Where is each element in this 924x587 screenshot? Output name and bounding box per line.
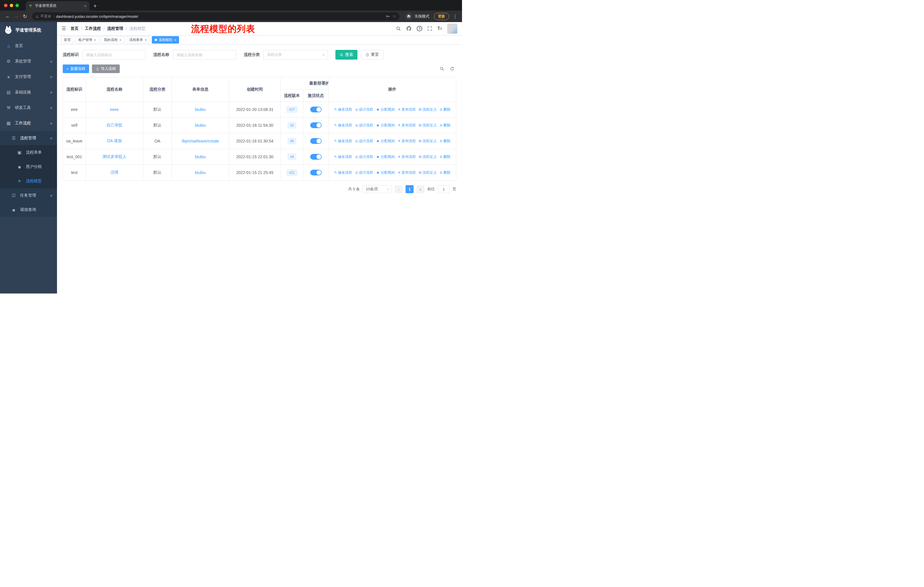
- sidebar-item-devtools[interactable]: ⚒ 研发工具 ∨: [0, 100, 57, 116]
- sidebar-item-task-management[interactable]: ☑ 任务管理 ∨: [0, 189, 57, 203]
- action-publish-link[interactable]: ✈发布流程: [398, 107, 416, 112]
- action-design-link[interactable]: ◎设计流程: [355, 107, 373, 112]
- tag-home[interactable]: 首页: [61, 36, 74, 43]
- password-key-icon[interactable]: [386, 14, 390, 19]
- back-icon[interactable]: ←: [3, 12, 12, 21]
- row-process-name-link[interactable]: eeee: [110, 107, 119, 112]
- sidebar-item-infrastructure[interactable]: ▤ 基础设施 ∨: [0, 84, 57, 100]
- action-design-link[interactable]: ◎设计流程: [355, 170, 373, 175]
- breadcrumb-process-management[interactable]: 流程管理: [107, 26, 123, 31]
- tag-tenant[interactable]: 租户管理 ×: [76, 36, 99, 43]
- url-bar[interactable]: ⚠ 不安全 dashboard.yudao.iocoder.cn/bpm/man…: [32, 12, 399, 20]
- action-edit-link[interactable]: ✎修改流程: [334, 107, 352, 112]
- action-delete-link[interactable]: ⊘删除: [440, 170, 450, 175]
- fullscreen-icon[interactable]: [427, 26, 432, 31]
- row-form-link[interactable]: biubiu: [195, 107, 206, 112]
- close-icon[interactable]: ×: [84, 4, 86, 8]
- breadcrumb-home[interactable]: 首页: [71, 26, 79, 31]
- action-assign-link[interactable]: ☻分配规则: [376, 154, 395, 159]
- action-design-link[interactable]: ◎设计流程: [355, 154, 373, 159]
- action-design-link[interactable]: ◎设计流程: [355, 139, 373, 144]
- reload-icon[interactable]: ↻: [21, 12, 29, 21]
- row-form-link[interactable]: /bpm/oa/leave/create: [182, 139, 219, 143]
- action-publish-link[interactable]: ✈发布流程: [398, 139, 416, 144]
- action-publish-link[interactable]: ✈发布流程: [398, 154, 416, 159]
- font-size-icon[interactable]: TT: [437, 26, 442, 31]
- sidebar-item-user-group[interactable]: ☻ 用户分组: [0, 160, 57, 174]
- page-size-select[interactable]: 10条/页 ∨: [363, 185, 392, 193]
- active-toggle[interactable]: [310, 107, 322, 112]
- create-process-button[interactable]: + 新建流程: [63, 64, 89, 73]
- close-icon[interactable]: ×: [174, 38, 177, 42]
- action-edit-link[interactable]: ✎修改流程: [334, 154, 352, 159]
- row-form-link[interactable]: biubiu: [195, 123, 206, 127]
- row-process-name-link[interactable]: 测试多审批人: [102, 154, 127, 159]
- sidebar-item-home[interactable]: ⌂ 首页: [0, 38, 57, 54]
- zoom-window-button[interactable]: [15, 4, 19, 7]
- browser-menu-icon[interactable]: ⋮: [452, 13, 459, 20]
- next-page-button[interactable]: ›: [416, 185, 424, 193]
- row-process-name-link[interactable]: 滔博: [111, 170, 119, 175]
- sidebar-item-payment[interactable]: ¥ 支付管理 ∨: [0, 69, 57, 84]
- process-name-input[interactable]: [173, 50, 236, 60]
- action-edit-link[interactable]: ✎修改流程: [334, 123, 352, 128]
- process-key-input[interactable]: [82, 50, 146, 60]
- sidebar-item-system[interactable]: ⚙ 系统管理 ∨: [0, 54, 57, 69]
- row-process-name-link[interactable]: 自己审批: [107, 123, 122, 127]
- action-edit-link[interactable]: ✎修改流程: [334, 170, 352, 175]
- app-logo[interactable]: 芋道管理系统: [0, 22, 57, 38]
- new-tab-button[interactable]: +: [93, 3, 97, 9]
- reset-button[interactable]: 重置: [361, 50, 383, 60]
- action-definition-link[interactable]: ⊞流程定义: [419, 123, 437, 128]
- goto-page-input[interactable]: [438, 185, 450, 193]
- close-window-button[interactable]: [4, 4, 7, 7]
- import-process-button[interactable]: 导入流程: [92, 64, 120, 73]
- minimize-window-button[interactable]: [10, 4, 13, 7]
- prev-page-button[interactable]: ‹: [395, 185, 403, 193]
- action-publish-link[interactable]: ✈发布流程: [398, 123, 416, 128]
- row-form-link[interactable]: biubiu: [195, 170, 206, 175]
- action-delete-link[interactable]: ⊘删除: [440, 139, 450, 144]
- active-toggle[interactable]: [310, 138, 322, 144]
- action-assign-link[interactable]: ☻分配规则: [376, 123, 395, 128]
- action-delete-link[interactable]: ⊘删除: [440, 107, 450, 112]
- row-form-link[interactable]: biubiu: [195, 154, 206, 159]
- action-assign-link[interactable]: ☻分配规则: [376, 107, 395, 112]
- close-icon[interactable]: ×: [119, 38, 122, 42]
- sidebar-item-process-form[interactable]: ▣ 流程表单: [0, 146, 57, 160]
- action-assign-link[interactable]: ☻分配规则: [376, 139, 395, 144]
- category-select[interactable]: 流程分类 ∨: [263, 50, 328, 60]
- tag-process-model[interactable]: 流程模型 ×: [152, 36, 179, 43]
- github-icon[interactable]: [406, 26, 412, 31]
- close-icon[interactable]: ×: [94, 38, 96, 42]
- sidebar-item-process-model[interactable]: ✈ 流程模型: [0, 174, 57, 189]
- breadcrumb-workflow[interactable]: 工作流程: [85, 26, 101, 31]
- active-toggle[interactable]: [310, 122, 322, 128]
- show-search-icon[interactable]: [440, 66, 444, 71]
- current-page-button[interactable]: 1: [406, 185, 414, 193]
- action-delete-link[interactable]: ⊘删除: [440, 154, 450, 159]
- action-delete-link[interactable]: ⊘删除: [440, 123, 450, 128]
- close-icon[interactable]: ×: [145, 38, 147, 42]
- action-definition-link[interactable]: ⊞流程定义: [419, 139, 437, 144]
- active-toggle[interactable]: [310, 170, 322, 175]
- action-definition-link[interactable]: ⊞流程定义: [419, 154, 437, 159]
- bookmark-star-icon[interactable]: ☆: [393, 14, 396, 19]
- browser-tab[interactable]: 芋道管理系统 ×: [26, 1, 89, 11]
- update-browser-button[interactable]: 更新: [434, 13, 449, 20]
- action-edit-link[interactable]: ✎修改流程: [334, 139, 352, 144]
- user-avatar[interactable]: [447, 23, 457, 34]
- sidebar-item-workflow[interactable]: ▦ 工作流程 ∧: [0, 116, 57, 131]
- active-toggle[interactable]: [310, 154, 322, 160]
- tag-process-form[interactable]: 流程表单 ×: [126, 36, 150, 43]
- sidebar-item-process-management[interactable]: ☰ 流程管理 ∧: [0, 131, 57, 146]
- hamburger-icon[interactable]: ☰: [57, 25, 71, 31]
- tag-my-process[interactable]: 我的流程 ×: [101, 36, 125, 43]
- security-indicator[interactable]: ⚠ 不安全: [36, 14, 51, 19]
- forward-icon[interactable]: →: [12, 12, 21, 21]
- row-process-name-link[interactable]: OA 请假: [107, 139, 122, 143]
- action-publish-link[interactable]: ✈发布流程: [398, 170, 416, 175]
- action-design-link[interactable]: ◎设计流程: [355, 123, 373, 128]
- search-button[interactable]: 搜索: [335, 50, 358, 60]
- action-definition-link[interactable]: ⊞流程定义: [419, 107, 437, 112]
